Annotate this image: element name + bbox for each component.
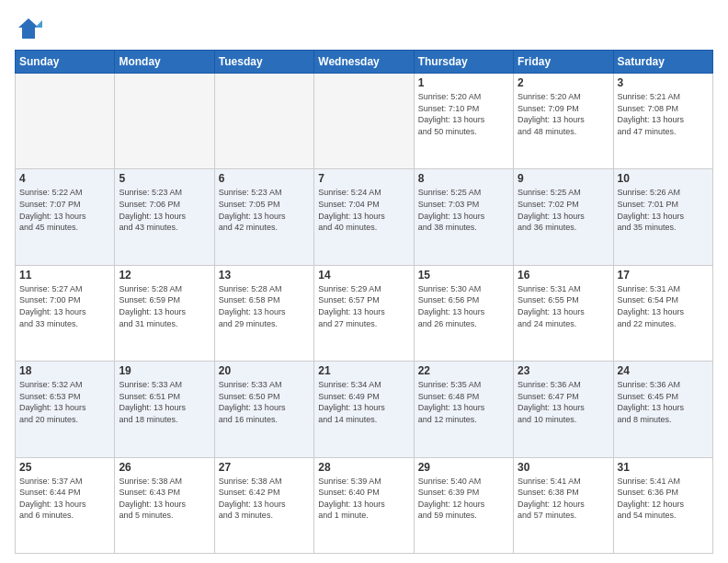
calendar-cell: 15Sunrise: 5:30 AM Sunset: 6:56 PM Dayli… [414,265,513,361]
calendar-cell: 20Sunrise: 5:33 AM Sunset: 6:50 PM Dayli… [214,362,313,457]
day-info: Sunrise: 5:28 AM Sunset: 6:59 PM Dayligh… [119,283,210,329]
weekday-header: Saturday [613,51,712,74]
day-number: 14 [318,269,409,282]
calendar-cell: 31Sunrise: 5:41 AM Sunset: 6:36 PM Dayli… [613,457,712,553]
day-number: 11 [19,269,110,282]
day-info: Sunrise: 5:40 AM Sunset: 6:39 PM Dayligh… [418,476,509,522]
day-number: 2 [518,76,609,89]
day-info: Sunrise: 5:34 AM Sunset: 6:49 PM Dayligh… [318,379,409,425]
day-info: Sunrise: 5:28 AM Sunset: 6:58 PM Dayligh… [219,283,310,329]
day-info: Sunrise: 5:37 AM Sunset: 6:44 PM Dayligh… [19,476,110,522]
header [15,15,713,42]
day-info: Sunrise: 5:25 AM Sunset: 7:02 PM Dayligh… [518,187,609,233]
calendar-cell: 23Sunrise: 5:36 AM Sunset: 6:47 PM Dayli… [514,362,613,457]
calendar-cell: 28Sunrise: 5:39 AM Sunset: 6:40 PM Dayli… [314,457,414,553]
day-info: Sunrise: 5:38 AM Sunset: 6:42 PM Dayligh… [219,476,310,522]
calendar-cell: 17Sunrise: 5:31 AM Sunset: 6:54 PM Dayli… [613,265,712,361]
day-info: Sunrise: 5:36 AM Sunset: 6:45 PM Dayligh… [618,379,709,425]
calendar-header-row: SundayMondayTuesdayWednesdayThursdayFrid… [16,51,713,74]
calendar-week-row: 18Sunrise: 5:32 AM Sunset: 6:53 PM Dayli… [16,362,713,457]
calendar-week-row: 4Sunrise: 5:22 AM Sunset: 7:07 PM Daylig… [16,169,713,265]
calendar-cell: 24Sunrise: 5:36 AM Sunset: 6:45 PM Dayli… [613,362,712,457]
day-number: 26 [119,461,210,474]
weekday-header: Monday [115,51,214,74]
day-number: 8 [418,172,509,185]
weekday-header: Friday [514,51,613,74]
day-number: 30 [518,461,609,474]
day-number: 12 [119,269,210,282]
day-info: Sunrise: 5:33 AM Sunset: 6:50 PM Dayligh… [219,379,310,425]
logo [15,15,46,42]
day-info: Sunrise: 5:35 AM Sunset: 6:48 PM Dayligh… [418,379,509,425]
calendar-cell [115,74,214,169]
calendar-cell: 16Sunrise: 5:31 AM Sunset: 6:55 PM Dayli… [514,265,613,361]
day-number: 4 [19,172,110,185]
day-number: 21 [318,364,409,377]
day-info: Sunrise: 5:24 AM Sunset: 7:04 PM Dayligh… [318,187,409,233]
day-info: Sunrise: 5:29 AM Sunset: 6:57 PM Dayligh… [318,283,409,329]
day-info: Sunrise: 5:31 AM Sunset: 6:55 PM Dayligh… [518,283,609,329]
day-info: Sunrise: 5:38 AM Sunset: 6:43 PM Dayligh… [119,476,210,522]
calendar-cell: 1Sunrise: 5:20 AM Sunset: 7:10 PM Daylig… [414,74,513,169]
day-number: 28 [318,461,409,474]
day-info: Sunrise: 5:20 AM Sunset: 7:10 PM Dayligh… [418,91,509,137]
day-number: 27 [219,461,310,474]
calendar-table: SundayMondayTuesdayWednesdayThursdayFrid… [15,50,713,554]
day-number: 13 [219,269,310,282]
day-number: 29 [418,461,509,474]
day-info: Sunrise: 5:21 AM Sunset: 7:08 PM Dayligh… [618,91,709,137]
day-number: 24 [618,364,709,377]
logo-icon [15,15,42,42]
weekday-header: Sunday [16,51,115,74]
day-info: Sunrise: 5:26 AM Sunset: 7:01 PM Dayligh… [618,187,709,233]
day-number: 18 [19,364,110,377]
day-info: Sunrise: 5:25 AM Sunset: 7:03 PM Dayligh… [418,187,509,233]
calendar-cell: 13Sunrise: 5:28 AM Sunset: 6:58 PM Dayli… [214,265,313,361]
calendar-cell: 10Sunrise: 5:26 AM Sunset: 7:01 PM Dayli… [613,169,712,265]
day-number: 19 [119,364,210,377]
day-info: Sunrise: 5:33 AM Sunset: 6:51 PM Dayligh… [119,379,210,425]
calendar-cell: 7Sunrise: 5:24 AM Sunset: 7:04 PM Daylig… [314,169,414,265]
calendar-cell: 3Sunrise: 5:21 AM Sunset: 7:08 PM Daylig… [613,74,712,169]
day-number: 23 [518,364,609,377]
calendar-week-row: 11Sunrise: 5:27 AM Sunset: 7:00 PM Dayli… [16,265,713,361]
day-info: Sunrise: 5:20 AM Sunset: 7:09 PM Dayligh… [518,91,609,137]
day-number: 25 [19,461,110,474]
calendar-cell [16,74,115,169]
svg-marker-1 [35,20,42,28]
calendar-cell: 18Sunrise: 5:32 AM Sunset: 6:53 PM Dayli… [16,362,115,457]
calendar-cell: 19Sunrise: 5:33 AM Sunset: 6:51 PM Dayli… [115,362,214,457]
day-info: Sunrise: 5:36 AM Sunset: 6:47 PM Dayligh… [518,379,609,425]
day-info: Sunrise: 5:41 AM Sunset: 6:38 PM Dayligh… [518,476,609,522]
calendar-cell: 30Sunrise: 5:41 AM Sunset: 6:38 PM Dayli… [514,457,613,553]
day-number: 10 [618,172,709,185]
calendar-cell: 27Sunrise: 5:38 AM Sunset: 6:42 PM Dayli… [214,457,313,553]
calendar-cell: 4Sunrise: 5:22 AM Sunset: 7:07 PM Daylig… [16,169,115,265]
day-number: 17 [618,269,709,282]
day-info: Sunrise: 5:23 AM Sunset: 7:06 PM Dayligh… [119,187,210,233]
day-info: Sunrise: 5:27 AM Sunset: 7:00 PM Dayligh… [19,283,110,329]
calendar-cell: 14Sunrise: 5:29 AM Sunset: 6:57 PM Dayli… [314,265,414,361]
calendar-cell: 29Sunrise: 5:40 AM Sunset: 6:39 PM Dayli… [414,457,513,553]
weekday-header: Wednesday [314,51,414,74]
calendar-cell: 2Sunrise: 5:20 AM Sunset: 7:09 PM Daylig… [514,74,613,169]
calendar-cell: 8Sunrise: 5:25 AM Sunset: 7:03 PM Daylig… [414,169,513,265]
day-info: Sunrise: 5:22 AM Sunset: 7:07 PM Dayligh… [19,187,110,233]
calendar-week-row: 25Sunrise: 5:37 AM Sunset: 6:44 PM Dayli… [16,457,713,553]
day-number: 1 [418,76,509,89]
day-number: 31 [618,461,709,474]
day-info: Sunrise: 5:32 AM Sunset: 6:53 PM Dayligh… [19,379,110,425]
day-info: Sunrise: 5:41 AM Sunset: 6:36 PM Dayligh… [618,476,709,522]
calendar-cell: 21Sunrise: 5:34 AM Sunset: 6:49 PM Dayli… [314,362,414,457]
day-number: 22 [418,364,509,377]
day-number: 6 [219,172,310,185]
day-number: 3 [618,76,709,89]
calendar-cell: 9Sunrise: 5:25 AM Sunset: 7:02 PM Daylig… [514,169,613,265]
calendar-cell: 6Sunrise: 5:23 AM Sunset: 7:05 PM Daylig… [214,169,313,265]
weekday-header: Thursday [414,51,513,74]
calendar-week-row: 1Sunrise: 5:20 AM Sunset: 7:10 PM Daylig… [16,74,713,169]
day-number: 5 [119,172,210,185]
calendar-cell: 5Sunrise: 5:23 AM Sunset: 7:06 PM Daylig… [115,169,214,265]
calendar-cell [214,74,313,169]
day-number: 15 [418,269,509,282]
